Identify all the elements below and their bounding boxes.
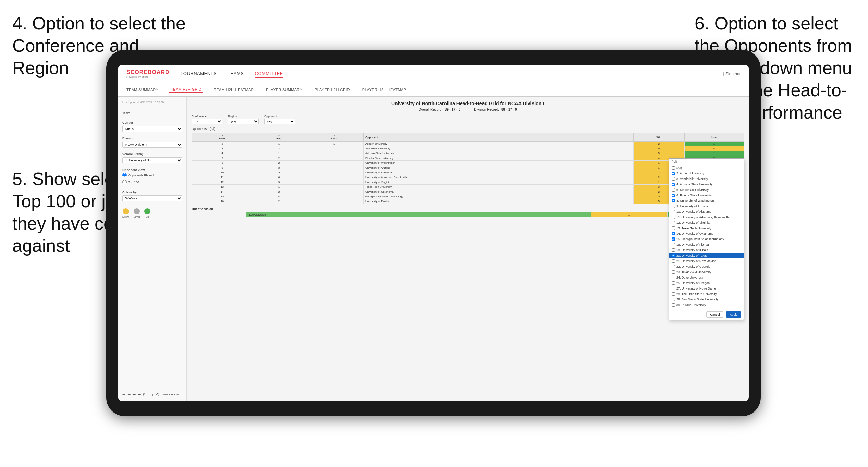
dropdown-item[interactable]: 8. University of Washington bbox=[669, 198, 744, 204]
subnav-player-h2h-grid[interactable]: PLAYER H2H GRID bbox=[313, 87, 351, 93]
dropdown-checkbox[interactable] bbox=[672, 199, 675, 202]
undo-icon[interactable]: ↩ bbox=[122, 392, 125, 397]
dropdown-checkbox[interactable] bbox=[672, 276, 675, 279]
dropdown-item-label: 6. Florida State University bbox=[676, 194, 712, 197]
subnav-team-h2h-heatmap[interactable]: TEAM H2H HEATMAP bbox=[212, 87, 255, 93]
dropdown-item[interactable]: 13. Texas Tech University bbox=[669, 225, 744, 231]
dropdown-item[interactable]: 24. Duke University bbox=[669, 275, 744, 280]
col-conf: #Conf bbox=[305, 133, 363, 142]
radio-opponents-played-label: Opponents Played bbox=[128, 174, 154, 177]
plus-icon[interactable]: + bbox=[151, 393, 154, 397]
dropdown-checkbox[interactable] bbox=[672, 309, 675, 309]
dropdown-checkbox[interactable] bbox=[672, 172, 675, 175]
subnav-player-summary[interactable]: PLAYER SUMMARY bbox=[265, 87, 304, 93]
nav-tournaments[interactable]: TOURNAMENTS bbox=[181, 70, 217, 78]
dropdown-item[interactable]: 25. University of Oregon bbox=[669, 280, 744, 286]
dropdown-item[interactable]: 4. Arizona State University bbox=[669, 182, 744, 187]
opponent-select[interactable]: (All) bbox=[264, 119, 295, 124]
dropdown-list[interactable]: (All) 2. Auburn University 3. Vanderbilt… bbox=[669, 165, 744, 309]
radio-opponents-played[interactable]: Opponents Played bbox=[122, 173, 182, 177]
dropdown-item[interactable]: 18. University of Illinois bbox=[669, 247, 744, 253]
dropdown-item[interactable]: 12. University of Virginia bbox=[669, 220, 744, 225]
cell-conf bbox=[305, 199, 363, 204]
grid-area[interactable]: University of North Carolina Head-to-Hea… bbox=[187, 97, 749, 401]
dropdown-checkbox[interactable] bbox=[672, 166, 675, 170]
dropdown-checkbox[interactable] bbox=[672, 194, 675, 197]
dropdown-item[interactable]: (All) bbox=[669, 165, 744, 171]
school-select[interactable]: 1. University of Nort... bbox=[122, 157, 182, 163]
dropdown-checkbox[interactable] bbox=[672, 265, 675, 268]
dropdown-checkbox[interactable] bbox=[672, 237, 675, 241]
table-row: 4 1 Arizona State University 5 1 bbox=[192, 151, 744, 156]
dropdown-checkbox[interactable] bbox=[672, 183, 675, 186]
nav-teams[interactable]: TEAMS bbox=[228, 70, 244, 78]
dropdown-checkbox[interactable] bbox=[672, 205, 675, 208]
dropdown-checkbox[interactable] bbox=[672, 254, 675, 257]
dropdown-checkbox[interactable] bbox=[672, 248, 675, 252]
dropdown-item[interactable]: 6. Florida State University bbox=[669, 193, 744, 198]
opponent-view-section: Opponent View Opponents Played Top 100 bbox=[122, 168, 182, 186]
dropdown-item[interactable]: 30. Purdue University bbox=[669, 302, 744, 308]
subnav-team-h2h-grid[interactable]: TEAM H2H GRID bbox=[169, 87, 203, 93]
dropdown-checkbox[interactable] bbox=[672, 292, 675, 296]
region-label: Region bbox=[228, 115, 259, 118]
clock-icon[interactable]: ⏱ bbox=[156, 393, 160, 397]
region-select[interactable]: (All) bbox=[228, 119, 259, 124]
dropdown-item[interactable]: 2. Auburn University bbox=[669, 171, 744, 176]
subnav-team-summary[interactable]: TEAM SUMMARY bbox=[125, 87, 160, 93]
dropdown-item[interactable]: 5. Kennesaw University bbox=[669, 187, 744, 193]
dropdown-item[interactable]: 23. Texas A&M University bbox=[669, 269, 744, 275]
dropdown-item[interactable]: 16. University of Florida bbox=[669, 242, 744, 247]
last-updated: Last Updated: 4/11/2024 16:55:38 bbox=[122, 101, 182, 104]
dropdown-checkbox[interactable] bbox=[672, 188, 675, 192]
dropdown-checkbox[interactable] bbox=[672, 177, 675, 181]
dropdown-item[interactable]: 9. University of Arizona bbox=[669, 204, 744, 209]
out-div-name bbox=[192, 212, 246, 217]
dropdown-item[interactable]: 28. The Ohio State University bbox=[669, 291, 744, 297]
dropdown-checkbox[interactable] bbox=[672, 243, 675, 246]
minus-icon[interactable]: − bbox=[147, 393, 149, 397]
dropdown-item[interactable]: 20. University of Texas bbox=[669, 253, 744, 258]
gender-select[interactable]: Men's bbox=[122, 126, 182, 132]
nav-committee[interactable]: COMMITTEE bbox=[255, 70, 283, 78]
dropdown-checkbox[interactable] bbox=[672, 259, 675, 263]
dropdown-checkbox[interactable] bbox=[672, 216, 675, 219]
dropdown-checkbox[interactable] bbox=[672, 221, 675, 224]
conference-select[interactable]: (All) bbox=[192, 119, 222, 124]
dropdown-checkbox[interactable] bbox=[672, 226, 675, 230]
conference-label: Conference bbox=[192, 115, 222, 118]
dropdown-checkbox[interactable] bbox=[672, 270, 675, 274]
main-nav: TOURNAMENTS TEAMS COMMITTEE bbox=[181, 70, 723, 78]
subnav-player-h2h-heatmap[interactable]: PLAYER H2H HEATMAP bbox=[361, 87, 407, 93]
dropdown-item[interactable]: 22. University of Georgia bbox=[669, 264, 744, 269]
back-icon[interactable]: ⬅ bbox=[133, 392, 136, 397]
dropdown-checkbox[interactable] bbox=[672, 287, 675, 290]
colour-by-select[interactable]: Win/loss bbox=[122, 195, 182, 201]
dropdown-checkbox[interactable] bbox=[672, 298, 675, 301]
dropdown-item[interactable]: 3. Vanderbilt University bbox=[669, 176, 744, 182]
division-select[interactable]: NCAA Division I bbox=[122, 142, 182, 148]
dropdown-item[interactable]: 11. University of Arkansas, Fayetteville bbox=[669, 214, 744, 220]
cancel-button[interactable]: Cancel bbox=[706, 311, 723, 318]
redo-icon[interactable]: ↪ bbox=[127, 392, 131, 397]
dropdown-item[interactable]: 21. University of New Mexico bbox=[669, 258, 744, 264]
apply-button[interactable]: Apply bbox=[726, 311, 741, 318]
copy-icon[interactable]: ⎘ bbox=[143, 393, 145, 397]
sign-out[interactable]: | Sign out bbox=[723, 72, 741, 76]
opponent-dropdown[interactable]: (All) (All) 2. Auburn University 3. Vand… bbox=[669, 158, 744, 320]
forward-icon[interactable]: ➡ bbox=[138, 392, 141, 397]
dot-down-label: Down bbox=[122, 215, 129, 218]
dropdown-item[interactable]: 29. San Diego State University bbox=[669, 297, 744, 302]
dropdown-checkbox[interactable] bbox=[672, 281, 675, 285]
dropdown-item[interactable]: 27. University of Notre Dame bbox=[669, 286, 744, 291]
main-content: Last Updated: 4/11/2024 16:55:38 Team Ge… bbox=[118, 97, 749, 401]
dropdown-item[interactable]: 14. University of Oklahoma bbox=[669, 231, 744, 236]
dropdown-checkbox[interactable] bbox=[672, 232, 675, 235]
dropdown-checkbox[interactable] bbox=[672, 210, 675, 213]
radio-opponents-played-input[interactable] bbox=[122, 173, 127, 177]
dropdown-checkbox[interactable] bbox=[672, 303, 675, 307]
radio-top100[interactable]: Top 100 bbox=[122, 180, 182, 184]
radio-top100-input[interactable] bbox=[122, 180, 127, 184]
dropdown-item[interactable]: 15. Georgia Institute of Technology bbox=[669, 236, 744, 242]
dropdown-item[interactable]: 10. University of Alabama bbox=[669, 209, 744, 214]
